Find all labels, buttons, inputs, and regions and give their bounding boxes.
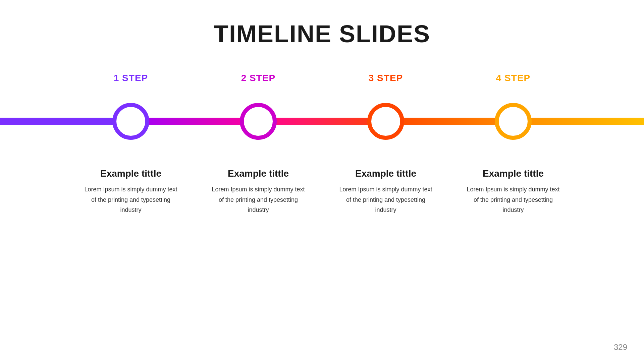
content-title-2: Example tittle [211,168,305,179]
content-section: Example tittle Lorem Ipsum is simply dum… [0,168,644,215]
step-label-4: 4 STEP [496,73,530,83]
content-item-2: Example tittle Lorem Ipsum is simply dum… [211,168,305,215]
page-number: 329 [614,343,627,352]
content-title-3: Example tittle [339,168,433,179]
step-circle-1 [112,103,149,140]
step-label-2: 2 STEP [241,73,275,83]
step-circle-2 [240,103,277,140]
step-circle-4 [495,103,532,140]
step-node-1: 1 STEP [112,103,149,140]
content-desc-4: Lorem Ipsum is simply dummy text of the … [466,184,560,215]
steps-wrapper: 1 STEP 2 STEP 3 STEP 4 STEP [0,101,644,141]
step-node-3: 3 STEP [367,103,404,140]
content-item-1: Example tittle Lorem Ipsum is simply dum… [84,168,178,215]
content-item-4: Example tittle Lorem Ipsum is simply dum… [466,168,560,215]
step-label-3: 3 STEP [369,73,403,83]
content-desc-2: Lorem Ipsum is simply dummy text of the … [211,184,305,215]
content-title-4: Example tittle [466,168,560,179]
step-circle-3 [367,103,404,140]
step-label-1: 1 STEP [114,73,148,83]
step-node-2: 2 STEP [240,103,277,140]
content-title-1: Example tittle [84,168,178,179]
step-node-4: 4 STEP [495,103,532,140]
content-desc-1: Lorem Ipsum is simply dummy text of the … [84,184,178,215]
content-desc-3: Lorem Ipsum is simply dummy text of the … [339,184,433,215]
page-title: TIMELINE SLIDES [0,0,644,48]
content-item-3: Example tittle Lorem Ipsum is simply dum… [339,168,433,215]
timeline: 1 STEP 2 STEP 3 STEP 4 STEP [0,101,644,141]
